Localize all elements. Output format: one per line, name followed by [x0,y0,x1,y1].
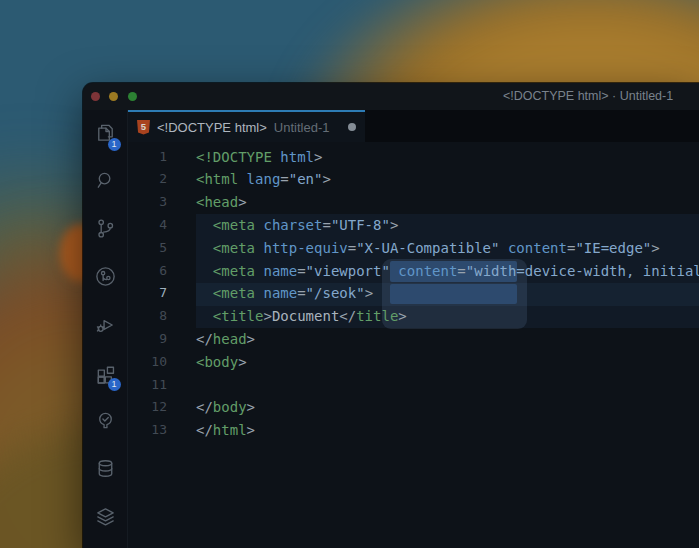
code-line[interactable]: 11 [128,374,699,397]
code-line[interactable]: 13</html> [128,419,699,442]
debug-icon [94,313,117,340]
tree-check-icon [94,409,117,436]
tab-secondary-label: Untitled-1 [274,120,330,135]
sidebar-item-run-debug[interactable] [83,302,128,350]
code-text: </head> [167,328,255,351]
sidebar-item-todo-tree[interactable] [83,398,128,446]
modified-dot-icon[interactable] [348,123,356,131]
line-number: 6 [128,260,167,283]
code-editor[interactable]: 1<!DOCTYPE html>2<html lang="en">3<head>… [128,142,699,548]
code-line[interactable]: 7 <meta name="/seok"> [128,282,699,305]
code-text: </html> [167,419,255,442]
line-number: 5 [128,237,167,260]
minimize-button[interactable] [109,92,118,101]
line-number: 4 [128,214,167,237]
code-text: <body> [167,351,247,374]
close-button[interactable] [91,92,100,101]
layers-icon [94,505,117,532]
code-text: <meta charset="UTF-8"> [167,214,398,237]
code-line[interactable]: 6 <meta name="viewport" content="width=d… [128,260,699,283]
line-number: 11 [128,374,167,397]
tab-bar: 5 <!DOCTYPE html> Untitled-1 [128,110,699,142]
line-number: 10 [128,351,167,374]
code-line[interactable]: 10<body> [128,351,699,374]
line-number: 8 [128,305,167,328]
code-text: <meta name="viewport" content="width=dev… [167,260,699,283]
code-text: <head> [167,191,247,214]
sidebar-item-extensions[interactable]: 1 [83,350,128,398]
code-line[interactable]: 1<!DOCTYPE html> [128,146,699,169]
code-line[interactable]: 8 <title>Document</title> [128,305,699,328]
sidebar-item-search[interactable] [83,158,128,206]
line-number: 1 [128,146,167,169]
code-text: </body> [167,396,255,419]
code-text: <meta name="/seok"> [167,282,373,305]
html5-icon: 5 [137,120,150,135]
code-text [167,374,196,397]
tab-untitled-1[interactable]: 5 <!DOCTYPE html> Untitled-1 [128,110,365,142]
sidebar-item-explorer[interactable]: 1 [83,110,128,158]
line-number: 12 [128,396,167,419]
code-text: <!DOCTYPE html> [167,146,322,169]
zoom-button[interactable] [128,92,137,101]
code-line[interactable]: 5 <meta http-equiv="X-UA-Compatible" con… [128,237,699,260]
tab-label: <!DOCTYPE html> [157,120,267,135]
line-number: 13 [128,419,167,442]
code-line[interactable]: 9</head> [128,328,699,351]
code-line[interactable]: 3<head> [128,191,699,214]
sidebar-item-database[interactable] [83,446,128,494]
code-text: <title>Document</title> [167,305,407,328]
title-bar[interactable]: <!DOCTYPE html> · Untitled-1 [83,83,699,110]
line-number: 7 [128,282,167,305]
code-lines: 1<!DOCTYPE html>2<html lang="en">3<head>… [128,142,699,442]
activity-bar: 1 [83,110,128,548]
search-icon [94,169,117,196]
source-control-icon [94,217,117,244]
sidebar-item-git-graph[interactable] [83,254,128,302]
database-icon [94,457,117,484]
line-number: 3 [128,191,167,214]
code-text: <meta http-equiv="X-UA-Compatible" conte… [167,237,660,260]
code-text: <html lang="en"> [167,168,331,191]
vscode-window: <!DOCTYPE html> · Untitled-1 1 [83,83,699,548]
line-number: 2 [128,168,167,191]
sidebar-item-layers[interactable] [83,494,128,542]
extensions-badge: 1 [108,378,121,391]
line-number: 9 [128,328,167,351]
window-title: <!DOCTYPE html> · Untitled-1 [503,89,673,103]
git-graph-icon [94,265,117,292]
code-line[interactable]: 4 <meta charset="UTF-8"> [128,214,699,237]
explorer-badge: 1 [108,138,121,151]
code-line[interactable]: 2<html lang="en"> [128,168,699,191]
code-line[interactable]: 12</body> [128,396,699,419]
sidebar-item-source-control[interactable] [83,206,128,254]
